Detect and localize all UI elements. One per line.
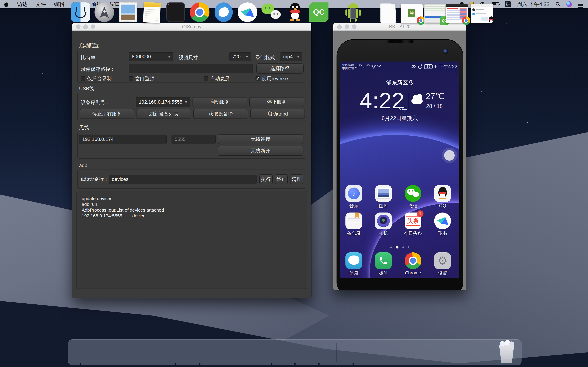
record-format-combo[interactable]: mp4▾ [280,52,303,61]
dock-notes[interactable] [142,2,162,22]
phone-dock-settings[interactable]: ⚙ 设置 [434,252,451,269]
stop-all-services-button[interactable]: 停止所有服务 [80,109,134,119]
wireless-connect-button[interactable]: 无线连接 [218,134,303,144]
checkbox-box[interactable] [81,76,85,81]
log-line: AdbProcess::out:List of devices attached [82,208,164,213]
app-label: 相机 [379,230,388,236]
window-title: QtScrcpy [72,23,311,31]
dock-chrome[interactable] [190,2,209,22]
input-method-icon[interactable]: 拼 [505,1,511,7]
checkbox-box[interactable]: ✓ [256,76,260,81]
dock-minimized-window-code[interactable]: QC [424,4,446,23]
adb-log-output[interactable]: update devices... adb run AdbProcess::ou… [77,191,307,289]
dock-seal-app[interactable] [214,2,233,22]
phone-app-music[interactable]: ♪ 音乐 [346,185,362,202]
messages-icon [346,252,362,269]
refresh-devices-button[interactable]: 刷新设备列表 [137,109,191,119]
phone-dock-dialer[interactable]: 拨号 [375,252,392,269]
running-indicator-terminal [174,363,176,365]
menu-edit[interactable]: 编辑 [50,0,69,8]
apple-menu[interactable] [0,0,13,8]
adb-cmd-value: devices [112,176,129,182]
mac-dock [68,339,521,365]
bitrate-combo[interactable]: 8000000▾ [129,52,173,61]
dock-trash[interactable] [496,341,517,363]
phone-app-feishu[interactable]: 飞书 [434,213,451,229]
dock-minimized-window-web[interactable] [446,4,468,23]
spotlight-icon[interactable] [555,2,560,7]
network-type-label: 4G [366,64,370,67]
wireless-disconnect-button[interactable]: 无线断开 [218,146,303,156]
app-label: 图库 [379,203,388,209]
phone-app-wechat[interactable]: 微信 [405,185,421,202]
dock-qq[interactable] [285,2,305,22]
serial-combo[interactable]: 192.168.0.174:5555▾ [136,97,190,107]
dock-launchpad[interactable] [95,2,114,22]
background-record-checkbox[interactable]: 仅后台录制 [81,75,112,82]
stop-service-button[interactable]: 停止服务 [249,97,304,107]
phone-app-gallery[interactable]: 图库 [375,185,392,202]
menu-clock[interactable]: 周六 下午4:22 [517,1,550,8]
phone-app-notes[interactable]: 备忘录 [346,213,362,229]
phone-app-toutiao[interactable]: 头条 1 今日头条 [405,213,421,229]
wireless-port-input[interactable]: 5555 [172,134,216,144]
adb-cmd-input[interactable]: devices [109,175,257,184]
phone-app-qq[interactable]: QQ [434,185,451,202]
wireless-ip-input[interactable]: 192.168.0.174 [79,134,167,144]
dock-terminal[interactable]: >_ [166,2,185,22]
widget-range: 28 / 18 [426,103,443,109]
gallery-icon [375,185,392,202]
menu-finder[interactable]: 访达 [13,0,32,8]
start-adbd-button[interactable]: 启动adbd [250,109,305,119]
assistive-ball[interactable] [444,150,455,161]
battery-icon: 38 [424,64,432,69]
phone-dock-chrome[interactable]: Chrome [405,252,421,269]
dock-minimized-window-kun[interactable]: 坤 [401,4,423,23]
phone-screen[interactable]: 优酷移动 中国联通 3G 4G 38 [340,61,459,278]
auto-screen-off-checkbox[interactable]: 自动息屏 [204,75,230,82]
alarm-icon [418,64,423,69]
qtscrcpy-content: 启动配置 比特率： 8000000▾ 视频尺寸： 720▾ 录制格式： mp4▾… [72,31,311,298]
app-label: 微信 [408,203,417,209]
dock-qtscrcpy[interactable]: QC [309,2,329,22]
phone-app-camera[interactable]: 相机 [375,213,392,229]
start-service-button[interactable]: 启动服务 [192,97,247,107]
dock-minimized-window-qq-chat[interactable] [471,4,493,23]
checkbox-box[interactable] [204,76,208,81]
get-device-ip-button[interactable]: 获取设备IP [193,109,248,119]
siri-icon[interactable] [566,1,572,7]
dock-feishu[interactable] [238,2,257,22]
choose-path-button[interactable]: 选择路径 [256,63,304,74]
checkbox-label: 自动息屏 [210,75,230,82]
record-path-input[interactable] [129,64,253,73]
notification-center-icon[interactable] [578,4,583,5]
adb-execute-button[interactable]: 执行 [259,174,273,184]
record-format-value: mp4 [283,54,293,59]
dock-scrcpy-android[interactable] [343,2,363,22]
always-on-top-checkbox[interactable]: 窗口置顶 [129,75,155,82]
signal-bars-icon [355,65,358,68]
widget-date: 6月22日星期六 [340,115,459,122]
dock-mail[interactable] [118,2,138,22]
menu-file[interactable]: 文件 [32,0,50,8]
dock-wechat[interactable] [261,2,281,22]
running-indicator-chrome [199,363,200,365]
adb-kill-button[interactable]: 终止 [275,174,288,184]
checkbox-box[interactable] [129,76,133,81]
chevron-down-icon: ▾ [297,54,299,59]
section-config-label: 启动配置 [79,43,99,48]
phone-dock-messages[interactable]: 信息 [346,252,362,269]
page-indicator[interactable] [340,246,459,249]
app-label: 信息 [349,270,358,276]
use-reverse-checkbox[interactable]: ✓使用reverse [256,75,288,82]
qtscrcpy-titlebar[interactable]: QtScrcpy [72,23,311,31]
dock-separator [336,343,337,362]
weather-widget[interactable]: 浦东新区 4:22 下午 27℃ 28 / 18 [340,79,459,122]
video-size-combo[interactable]: 720▾ [229,52,251,61]
speaker-grille-icon [387,40,414,43]
dock-finder[interactable] [71,2,90,22]
signal-bars-icon [363,65,366,68]
dock-documents-stack[interactable] [378,2,398,22]
colon-separator: : [169,137,170,142]
adb-clear-button[interactable]: 清理 [290,174,303,184]
